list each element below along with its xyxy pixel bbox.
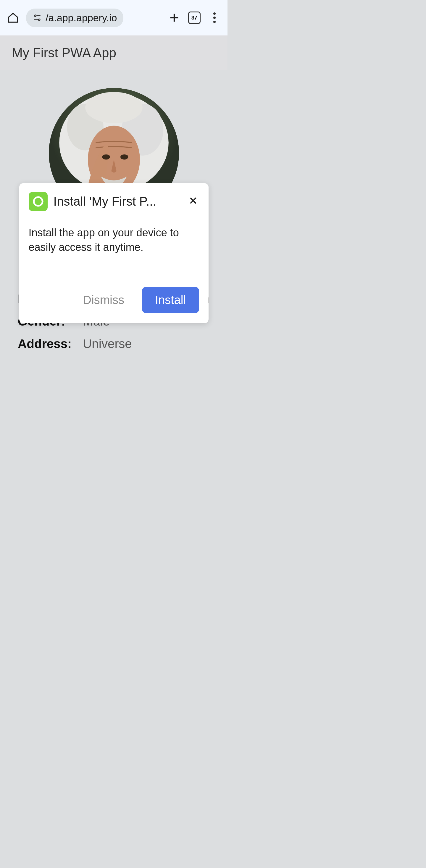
dialog-header: Install 'My First P... <box>29 192 199 211</box>
close-icon <box>189 196 198 205</box>
dismiss-button[interactable]: Dismiss <box>83 293 124 307</box>
install-prompt-dialog: Install 'My First P... Install the app o… <box>19 183 208 323</box>
close-button[interactable] <box>187 195 199 208</box>
app-icon <box>29 192 48 211</box>
dialog-body: Install the app on your device to easily… <box>29 226 199 254</box>
install-button[interactable]: Install <box>142 287 199 313</box>
install-prompt-overlay: Install 'My First P... Install the app o… <box>0 0 227 464</box>
appery-logo-icon <box>32 195 45 208</box>
dialog-actions: Dismiss Install <box>29 287 199 313</box>
dialog-title: Install 'My First P... <box>54 194 181 209</box>
